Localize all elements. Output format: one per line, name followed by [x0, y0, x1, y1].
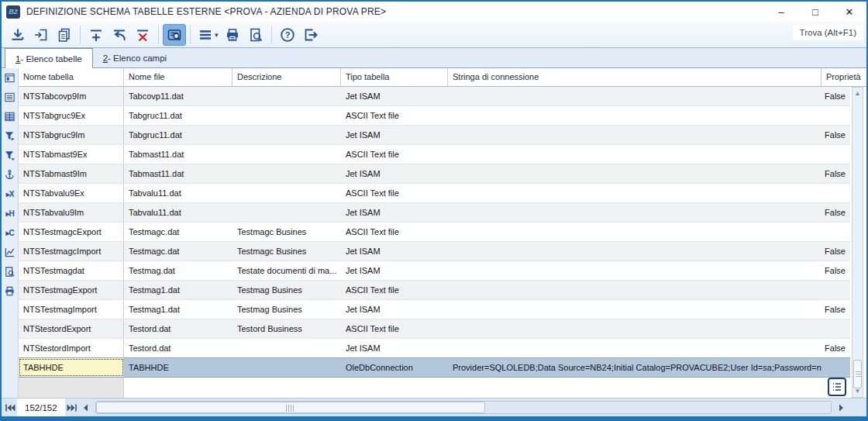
- column-header-stringa-connessione[interactable]: Stringa di connessione: [448, 68, 822, 86]
- copy-button[interactable]: [53, 24, 76, 46]
- table-row[interactable]: NTSTabgruc9ExTabgruc11.datASCII Text fil…: [19, 106, 850, 126]
- tab-label: - Elenco tabelle: [20, 54, 81, 64]
- toolbar-separator: [80, 26, 81, 44]
- save-button[interactable]: [6, 24, 29, 46]
- scroll-right-button[interactable]: [834, 399, 848, 416]
- cell-proprieta: [822, 106, 850, 125]
- column-header-tipo-tabella[interactable]: Tipo tabella: [341, 68, 448, 86]
- cell-tipo-tabella: Jet ISAM: [341, 164, 448, 183]
- table-row[interactable]: NTSTabvalu9ImTabvalu11.datJet ISAMFalse: [19, 203, 850, 223]
- cell-tipo-tabella: ASCII Text file: [341, 319, 448, 338]
- tab-elenco-campi[interactable]: 2 - Elenco campi: [93, 48, 177, 67]
- column-header-nome-file[interactable]: Nome file: [124, 68, 232, 86]
- cell-proprieta: [822, 281, 850, 299]
- delete-record-button[interactable]: [131, 24, 154, 46]
- column-header-nome-tabella[interactable]: Nome tabella: [19, 68, 124, 86]
- sidebar-export-x-button[interactable]: ▸X: [2, 185, 18, 204]
- table-row[interactable]: NTSTestmagcImportTestmagc.datTestmagc Bu…: [19, 242, 850, 261]
- sidebar-preview-button[interactable]: [2, 262, 18, 281]
- cell-nome-tabella: NTStestordExport: [19, 319, 124, 338]
- active-cell: TABHHDE: [19, 358, 124, 377]
- table-row[interactable]: NTSTestmagcExportTestmagc.datTestmagc Bu…: [19, 223, 850, 242]
- last-record-icon: [67, 404, 78, 412]
- cell-proprieta: [822, 319, 850, 338]
- cell-tipo-tabella: Jet ISAM: [341, 339, 448, 357]
- table-row-selected[interactable]: TABHHDETABHHDEOleDbConnectionProvider=SQ…: [19, 357, 850, 378]
- cell-proprieta: [822, 145, 850, 164]
- table-row[interactable]: NTStestordImportTestord.datJet ISAMFalse: [19, 339, 850, 358]
- record-navigation-bar: 152/152: [2, 398, 866, 416]
- cell-proprieta: False: [822, 261, 850, 280]
- sidebar-table-view-button[interactable]: [2, 107, 18, 126]
- table-row[interactable]: NTSTabvalu9ExTabvalu11.datASCII Text fil…: [19, 184, 850, 203]
- cell-descrizione: [232, 339, 341, 357]
- print-preview-button[interactable]: [244, 24, 267, 46]
- find-toggle-button[interactable]: [163, 24, 186, 46]
- sidebar-export-c-button[interactable]: ▸C: [2, 223, 18, 243]
- cell-nome-file: Testmagc.dat: [124, 223, 232, 241]
- cell-proprieta: [822, 223, 850, 241]
- sidebar-filter-button[interactable]: [2, 146, 18, 165]
- import-button[interactable]: [29, 24, 53, 46]
- column-header-proprieta[interactable]: Proprietà C: [822, 68, 862, 86]
- horizontal-scrollbar-thumb[interactable]: [96, 402, 486, 413]
- cell-nome-tabella: NTSTestmagExport: [19, 281, 124, 299]
- cell-nome-tabella: NTSTabcovp9Im: [19, 87, 124, 105]
- horizontal-scrollbar[interactable]: [95, 401, 832, 414]
- table-row[interactable]: NTSTabgruc9ImTabgruc11.datJet ISAMFalse: [19, 126, 850, 145]
- table-row[interactable]: NTSTabcovp9ImTabcovp11.datJet ISAMFalse: [19, 87, 850, 106]
- table-row[interactable]: NTSTabmast9ImTabmast11.datJet ISAMFalse: [19, 164, 850, 184]
- sidebar-chart-button[interactable]: [2, 243, 18, 262]
- table-row[interactable]: NTStestordExportTestord.datTestord Busin…: [19, 319, 850, 339]
- add-icon: [88, 26, 105, 43]
- tab-elenco-tabelle[interactable]: 1 - Elenco tabelle: [5, 48, 93, 68]
- cell-stringa-connessione: [448, 164, 822, 183]
- scroll-down-icon[interactable]: ▼: [852, 386, 863, 396]
- sidebar-export-h-button[interactable]: ▸H: [2, 204, 18, 223]
- grid-options-button[interactable]: [828, 378, 846, 396]
- cell-stringa-connessione: [448, 126, 822, 144]
- sidebar-anchor-button[interactable]: [2, 165, 18, 185]
- add-record-button[interactable]: [84, 24, 108, 46]
- table-row[interactable]: NTSTabmast9ExTabmast11.datASCII Text fil…: [19, 145, 850, 164]
- chevron-down-icon: ▾: [215, 31, 219, 39]
- undo-button[interactable]: [108, 24, 131, 46]
- export-h-icon: ▸H: [5, 209, 13, 218]
- toolbar-buttons: ▾?: [6, 24, 322, 46]
- export-x-icon: ▸X: [6, 190, 14, 198]
- scroll-up-icon[interactable]: ▲: [852, 88, 863, 98]
- first-record-button[interactable]: [3, 399, 17, 416]
- cell-stringa-connessione: [448, 281, 822, 299]
- cell-nome-tabella: NTSTestmagdat: [19, 261, 124, 280]
- exit-button[interactable]: [299, 24, 322, 46]
- cell-proprieta: False: [822, 87, 850, 105]
- undo-icon: [111, 26, 128, 43]
- cell-stringa-connessione: [448, 300, 822, 319]
- print-button[interactable]: [221, 24, 244, 46]
- export-c-icon: ▸C: [5, 229, 13, 237]
- last-record-button[interactable]: [65, 399, 79, 416]
- scroll-left-button[interactable]: [79, 399, 93, 416]
- find-shortcut-box[interactable]: Trova (Alt+F1): [793, 25, 863, 40]
- cell-tipo-tabella: ASCII Text file: [341, 223, 448, 241]
- preview-icon: [4, 266, 16, 278]
- table-row[interactable]: NTSTestmagImportTestmag1.datTestmag Busi…: [19, 300, 850, 319]
- column-header-descrizione[interactable]: Descrizione: [232, 68, 341, 86]
- vertical-scrollbar[interactable]: ▲ ▼: [852, 87, 863, 398]
- sidebar-print-button[interactable]: [2, 281, 18, 301]
- minimize-button[interactable]: –: [764, 2, 798, 22]
- cell-proprieta: False: [822, 339, 850, 357]
- maximize-button[interactable]: □: [798, 2, 832, 22]
- sidebar-form-button[interactable]: [2, 68, 18, 88]
- sidebar-list-view-button[interactable]: [2, 88, 18, 107]
- cell-nome-file: Tabgruc11.dat: [124, 126, 232, 144]
- table-row[interactable]: NTSTestmagdatTestmag.datTestate document…: [19, 261, 850, 281]
- cell-stringa-connessione: [448, 203, 822, 222]
- help-button[interactable]: ?: [276, 24, 299, 46]
- close-button[interactable]: ✕: [832, 2, 866, 22]
- sidebar-filter-export-button[interactable]: [2, 126, 18, 146]
- cell-descrizione: [232, 145, 341, 164]
- vertical-scrollbar-thumb[interactable]: [853, 360, 862, 388]
- menu-button[interactable]: ▾: [195, 24, 221, 46]
- table-row[interactable]: NTSTestmagExportTestmag1.datTestmag Busi…: [19, 281, 850, 300]
